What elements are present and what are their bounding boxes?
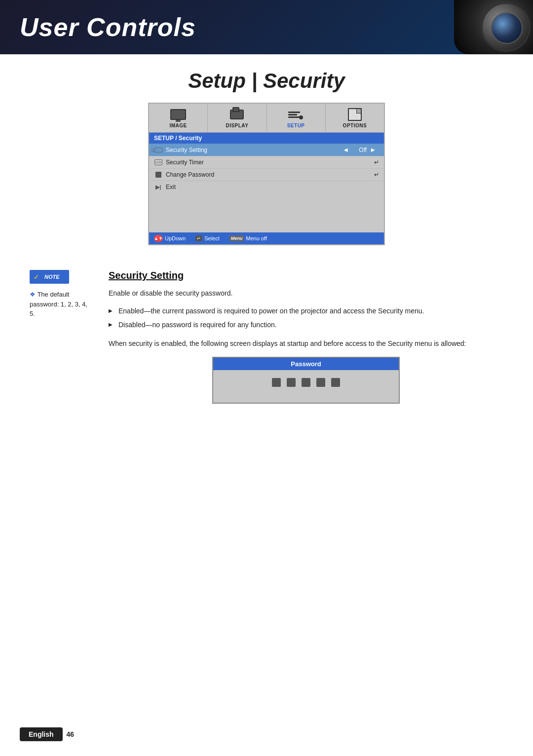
security-timer-value: ↵: [364, 159, 379, 166]
follow-text: When security is enabled, the following …: [109, 339, 503, 349]
menu-row-change-password[interactable]: Change Password ↵: [149, 169, 384, 181]
left-arrow: ◄: [343, 146, 349, 153]
password-dot-1: [272, 378, 281, 387]
setup-tab-icon: [287, 108, 305, 121]
menu-row-security-timer[interactable]: LCD Security Timer ↵: [149, 156, 384, 169]
tab-display[interactable]: DISPLAY: [208, 104, 266, 132]
exit-label: Exit: [166, 184, 379, 190]
menu-container: IMAGE DISPLAY SETUP: [0, 103, 533, 245]
page-number: 46: [67, 730, 75, 738]
monitor-icon: [170, 109, 186, 120]
bullet-item-disabled: Disabled—no password is required for any…: [109, 319, 503, 330]
setup-tab-label: SETUP: [287, 123, 305, 128]
enter-icon: ↵: [195, 235, 202, 241]
section-title: Security Setting: [109, 270, 503, 281]
updown-control: ▲▼ UpDown: [154, 235, 186, 242]
options-tab-icon: [346, 108, 364, 121]
setup-dot: [299, 115, 303, 119]
page-subtitle: Setup | Security: [0, 54, 533, 103]
security-setting-value: Off: [352, 147, 367, 153]
menu-row-exit[interactable]: ▶| Exit: [149, 181, 384, 193]
change-password-label: Change Password: [166, 171, 364, 178]
menu-bottom-bar: ▲▼ UpDown ↵ Select Menu Menu off: [149, 232, 384, 244]
lines-icon: [288, 112, 304, 118]
header-camera-image: [454, 0, 533, 54]
password-dot-2: [287, 378, 296, 387]
note-text: The default password: 1, 2, 3, 4, 5.: [30, 290, 94, 319]
password-dialog: Password: [212, 357, 400, 404]
camera-lens-decoration: [481, 2, 531, 52]
checkmark-icon: ✓: [34, 273, 41, 281]
menu-off-label: Menu off: [246, 235, 267, 241]
page-footer: English 46: [0, 727, 533, 741]
language-badge: English: [20, 727, 63, 741]
bullet-item-enabled: Enabled—the current password is required…: [109, 305, 503, 316]
security-setting-label: Security Setting: [166, 147, 340, 153]
menu-icon: Menu: [229, 235, 244, 241]
tab-setup[interactable]: SETUP: [267, 104, 326, 132]
menu-section-header: SETUP / Security: [149, 133, 384, 144]
password-dialog-footer: [213, 395, 399, 403]
header-title: User Controls: [20, 12, 196, 42]
key-icon: [154, 147, 163, 153]
right-arrow: ►: [370, 146, 376, 153]
updown-icon: ▲▼: [154, 235, 163, 242]
header: User Controls: [0, 0, 533, 54]
password-dialog-header: Password: [213, 358, 399, 370]
menu-tabs: IMAGE DISPLAY SETUP: [149, 104, 384, 133]
camera-icon: [230, 110, 244, 119]
select-control: ↵ Select: [195, 235, 220, 242]
display-tab-label: DISPLAY: [226, 123, 248, 128]
menu-off-control: Menu Menu off: [229, 235, 267, 242]
tab-options[interactable]: OPTIONS: [326, 104, 384, 132]
tab-image[interactable]: IMAGE: [149, 104, 208, 132]
note-label: NOTE: [44, 274, 60, 280]
description: Enable or disable the security password.: [109, 288, 503, 299]
main-content: Security Setting Enable or disable the s…: [109, 270, 503, 404]
password-dot-5: [331, 378, 340, 387]
menu-row-security-setting[interactable]: Security Setting ◄ Off ►: [149, 144, 384, 156]
note-sidebar: ✓ NOTE The default password: 1, 2, 3, 4,…: [30, 270, 94, 404]
exit-icon: ▶|: [154, 184, 163, 190]
options-tab-label: OPTIONS: [343, 123, 367, 128]
notepad-icon: [348, 108, 362, 121]
bullet-list: Enabled—the current password is required…: [109, 305, 503, 331]
security-timer-label: Security Timer: [166, 159, 364, 166]
timer-icon: LCD: [154, 159, 163, 166]
select-label: Select: [204, 235, 220, 241]
square-icon: [154, 171, 163, 178]
updown-label: UpDown: [165, 235, 186, 241]
image-tab-label: IMAGE: [169, 123, 187, 128]
display-tab-icon: [228, 108, 246, 121]
image-tab-icon: [169, 108, 187, 121]
note-box: ✓ NOTE: [30, 270, 69, 284]
change-password-value: ↵: [364, 171, 379, 178]
password-dot-3: [302, 378, 310, 387]
menu-ui: IMAGE DISPLAY SETUP: [148, 103, 385, 245]
password-dot-4: [316, 378, 325, 387]
password-dialog-body: [213, 370, 399, 395]
content-area: ✓ NOTE The default password: 1, 2, 3, 4,…: [0, 260, 533, 423]
